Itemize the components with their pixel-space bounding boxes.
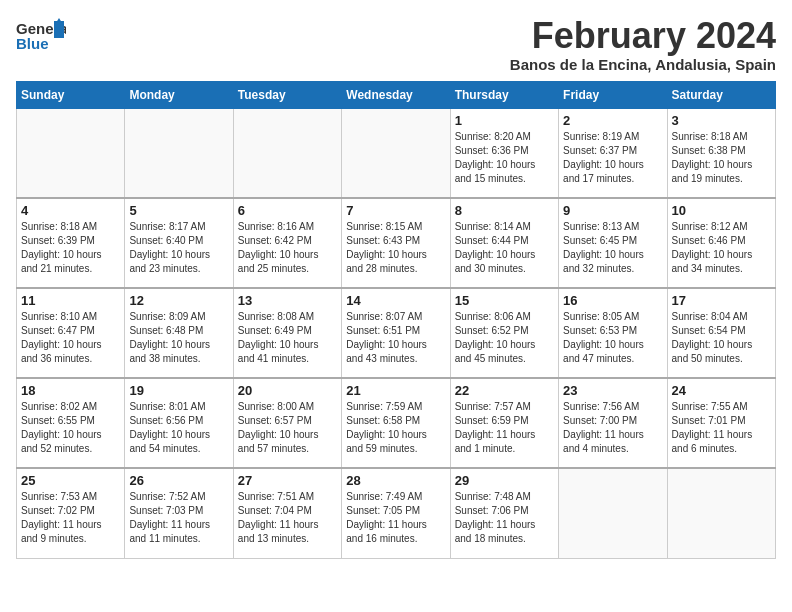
header-wednesday: Wednesday	[342, 81, 450, 108]
page-header: General Blue February 2024 Banos de la E…	[16, 16, 776, 73]
calendar-cell: 10Sunrise: 8:12 AM Sunset: 6:46 PM Dayli…	[667, 198, 775, 288]
day-number: 18	[21, 383, 120, 398]
calendar-cell: 9Sunrise: 8:13 AM Sunset: 6:45 PM Daylig…	[559, 198, 667, 288]
calendar-cell: 24Sunrise: 7:55 AM Sunset: 7:01 PM Dayli…	[667, 378, 775, 468]
calendar-cell: 29Sunrise: 7:48 AM Sunset: 7:06 PM Dayli…	[450, 468, 558, 558]
calendar-cell	[342, 108, 450, 198]
calendar-cell: 7Sunrise: 8:15 AM Sunset: 6:43 PM Daylig…	[342, 198, 450, 288]
calendar-week-4: 18Sunrise: 8:02 AM Sunset: 6:55 PM Dayli…	[17, 378, 776, 468]
calendar-week-2: 4Sunrise: 8:18 AM Sunset: 6:39 PM Daylig…	[17, 198, 776, 288]
calendar-cell: 17Sunrise: 8:04 AM Sunset: 6:54 PM Dayli…	[667, 288, 775, 378]
calendar-cell: 4Sunrise: 8:18 AM Sunset: 6:39 PM Daylig…	[17, 198, 125, 288]
day-info: Sunrise: 8:16 AM Sunset: 6:42 PM Dayligh…	[238, 220, 337, 276]
header-monday: Monday	[125, 81, 233, 108]
day-info: Sunrise: 8:12 AM Sunset: 6:46 PM Dayligh…	[672, 220, 771, 276]
logo-graphic: General Blue	[16, 16, 66, 60]
svg-text:Blue: Blue	[16, 35, 49, 52]
calendar-cell: 6Sunrise: 8:16 AM Sunset: 6:42 PM Daylig…	[233, 198, 341, 288]
calendar-cell: 2Sunrise: 8:19 AM Sunset: 6:37 PM Daylig…	[559, 108, 667, 198]
day-info: Sunrise: 7:53 AM Sunset: 7:02 PM Dayligh…	[21, 490, 120, 546]
day-number: 6	[238, 203, 337, 218]
calendar-cell: 20Sunrise: 8:00 AM Sunset: 6:57 PM Dayli…	[233, 378, 341, 468]
header-thursday: Thursday	[450, 81, 558, 108]
calendar-cell: 22Sunrise: 7:57 AM Sunset: 6:59 PM Dayli…	[450, 378, 558, 468]
day-number: 10	[672, 203, 771, 218]
day-info: Sunrise: 8:20 AM Sunset: 6:36 PM Dayligh…	[455, 130, 554, 186]
logo: General Blue	[16, 16, 66, 60]
day-info: Sunrise: 8:09 AM Sunset: 6:48 PM Dayligh…	[129, 310, 228, 366]
day-info: Sunrise: 7:48 AM Sunset: 7:06 PM Dayligh…	[455, 490, 554, 546]
day-number: 28	[346, 473, 445, 488]
day-number: 29	[455, 473, 554, 488]
day-info: Sunrise: 8:01 AM Sunset: 6:56 PM Dayligh…	[129, 400, 228, 456]
day-number: 20	[238, 383, 337, 398]
day-number: 5	[129, 203, 228, 218]
day-number: 9	[563, 203, 662, 218]
day-info: Sunrise: 7:51 AM Sunset: 7:04 PM Dayligh…	[238, 490, 337, 546]
day-number: 21	[346, 383, 445, 398]
day-number: 16	[563, 293, 662, 308]
day-info: Sunrise: 8:14 AM Sunset: 6:44 PM Dayligh…	[455, 220, 554, 276]
day-number: 15	[455, 293, 554, 308]
day-info: Sunrise: 7:57 AM Sunset: 6:59 PM Dayligh…	[455, 400, 554, 456]
calendar-cell: 16Sunrise: 8:05 AM Sunset: 6:53 PM Dayli…	[559, 288, 667, 378]
calendar-week-1: 1Sunrise: 8:20 AM Sunset: 6:36 PM Daylig…	[17, 108, 776, 198]
day-number: 24	[672, 383, 771, 398]
day-info: Sunrise: 7:56 AM Sunset: 7:00 PM Dayligh…	[563, 400, 662, 456]
day-info: Sunrise: 7:49 AM Sunset: 7:05 PM Dayligh…	[346, 490, 445, 546]
day-info: Sunrise: 8:07 AM Sunset: 6:51 PM Dayligh…	[346, 310, 445, 366]
day-number: 8	[455, 203, 554, 218]
day-number: 22	[455, 383, 554, 398]
calendar-week-3: 11Sunrise: 8:10 AM Sunset: 6:47 PM Dayli…	[17, 288, 776, 378]
day-info: Sunrise: 8:19 AM Sunset: 6:37 PM Dayligh…	[563, 130, 662, 186]
calendar-cell	[125, 108, 233, 198]
day-number: 13	[238, 293, 337, 308]
calendar-cell: 8Sunrise: 8:14 AM Sunset: 6:44 PM Daylig…	[450, 198, 558, 288]
day-info: Sunrise: 8:04 AM Sunset: 6:54 PM Dayligh…	[672, 310, 771, 366]
header-friday: Friday	[559, 81, 667, 108]
calendar-table: SundayMondayTuesdayWednesdayThursdayFrid…	[16, 81, 776, 559]
day-info: Sunrise: 7:52 AM Sunset: 7:03 PM Dayligh…	[129, 490, 228, 546]
day-number: 14	[346, 293, 445, 308]
day-info: Sunrise: 8:05 AM Sunset: 6:53 PM Dayligh…	[563, 310, 662, 366]
calendar-cell: 25Sunrise: 7:53 AM Sunset: 7:02 PM Dayli…	[17, 468, 125, 558]
calendar-week-5: 25Sunrise: 7:53 AM Sunset: 7:02 PM Dayli…	[17, 468, 776, 558]
calendar-cell	[17, 108, 125, 198]
calendar-cell: 14Sunrise: 8:07 AM Sunset: 6:51 PM Dayli…	[342, 288, 450, 378]
calendar-cell: 26Sunrise: 7:52 AM Sunset: 7:03 PM Dayli…	[125, 468, 233, 558]
calendar-cell: 15Sunrise: 8:06 AM Sunset: 6:52 PM Dayli…	[450, 288, 558, 378]
day-info: Sunrise: 8:17 AM Sunset: 6:40 PM Dayligh…	[129, 220, 228, 276]
calendar-cell: 28Sunrise: 7:49 AM Sunset: 7:05 PM Dayli…	[342, 468, 450, 558]
day-number: 23	[563, 383, 662, 398]
header-tuesday: Tuesday	[233, 81, 341, 108]
calendar-cell: 27Sunrise: 7:51 AM Sunset: 7:04 PM Dayli…	[233, 468, 341, 558]
day-number: 1	[455, 113, 554, 128]
calendar-cell: 19Sunrise: 8:01 AM Sunset: 6:56 PM Dayli…	[125, 378, 233, 468]
day-info: Sunrise: 8:15 AM Sunset: 6:43 PM Dayligh…	[346, 220, 445, 276]
calendar-cell: 1Sunrise: 8:20 AM Sunset: 6:36 PM Daylig…	[450, 108, 558, 198]
calendar-cell: 18Sunrise: 8:02 AM Sunset: 6:55 PM Dayli…	[17, 378, 125, 468]
day-number: 4	[21, 203, 120, 218]
calendar-cell	[559, 468, 667, 558]
main-title: February 2024	[510, 16, 776, 56]
day-number: 2	[563, 113, 662, 128]
day-number: 12	[129, 293, 228, 308]
calendar-cell: 11Sunrise: 8:10 AM Sunset: 6:47 PM Dayli…	[17, 288, 125, 378]
calendar-cell: 5Sunrise: 8:17 AM Sunset: 6:40 PM Daylig…	[125, 198, 233, 288]
calendar-header-row: SundayMondayTuesdayWednesdayThursdayFrid…	[17, 81, 776, 108]
day-info: Sunrise: 8:06 AM Sunset: 6:52 PM Dayligh…	[455, 310, 554, 366]
day-number: 3	[672, 113, 771, 128]
day-number: 11	[21, 293, 120, 308]
calendar-cell: 13Sunrise: 8:08 AM Sunset: 6:49 PM Dayli…	[233, 288, 341, 378]
day-number: 25	[21, 473, 120, 488]
day-info: Sunrise: 8:08 AM Sunset: 6:49 PM Dayligh…	[238, 310, 337, 366]
day-number: 17	[672, 293, 771, 308]
day-info: Sunrise: 8:18 AM Sunset: 6:39 PM Dayligh…	[21, 220, 120, 276]
calendar-cell	[233, 108, 341, 198]
day-info: Sunrise: 7:59 AM Sunset: 6:58 PM Dayligh…	[346, 400, 445, 456]
calendar-cell	[667, 468, 775, 558]
day-number: 27	[238, 473, 337, 488]
calendar-cell: 23Sunrise: 7:56 AM Sunset: 7:00 PM Dayli…	[559, 378, 667, 468]
day-number: 7	[346, 203, 445, 218]
day-info: Sunrise: 8:13 AM Sunset: 6:45 PM Dayligh…	[563, 220, 662, 276]
